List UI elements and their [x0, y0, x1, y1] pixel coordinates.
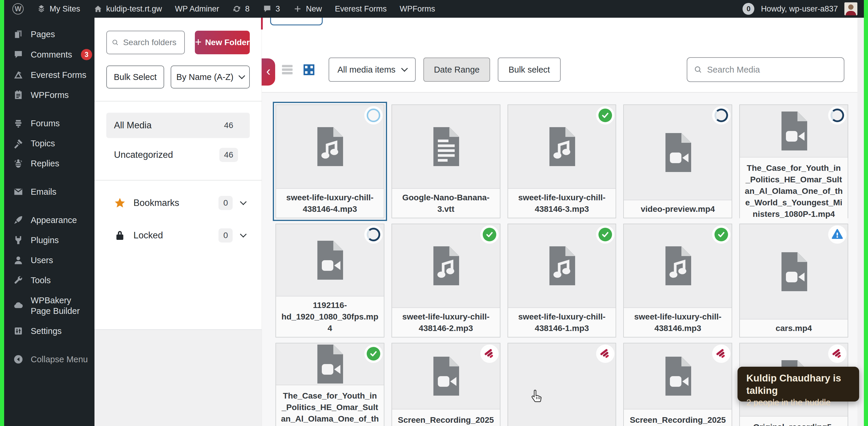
admin-bar-item-wp-adminer[interactable]: WP Adminer: [175, 4, 219, 13]
selected-check-icon[interactable]: [598, 228, 612, 241]
list-view-button[interactable]: [280, 63, 294, 77]
chevron-down-icon[interactable]: [240, 199, 247, 205]
video-file-icon: [772, 250, 816, 294]
media-tile[interactable]: video-preview.mp4: [623, 104, 732, 218]
sidebar-item-wpforms[interactable]: WPForms: [4, 85, 94, 105]
avatar-image: [844, 2, 857, 15]
transcoder-badge-icon[interactable]: [483, 347, 496, 361]
media-tile[interactable]: sweet-life-luxury-chill-438146-3.mp3: [507, 104, 616, 218]
admin-bar-item-kuldip-test-rt-gw[interactable]: kuldip-test.rt.gw: [93, 4, 162, 13]
media-tile[interactable]: sweet-life-luxury-chill-438146-2.mp3: [392, 224, 500, 337]
media-tile[interactable]: The_Case_for_Youth_in_Politics_HE_Omar_S…: [739, 104, 848, 218]
sidebar-item-settings[interactable]: Settings: [4, 321, 94, 341]
collapse-icon: [13, 354, 24, 365]
sidebar-item-pages[interactable]: Pages: [4, 24, 94, 44]
home-icon: [93, 4, 103, 13]
media-type-filter-dropdown[interactable]: All media items: [329, 58, 416, 82]
collapse-folders-panel-button[interactable]: ‹: [261, 58, 275, 86]
audio-file-icon: [656, 244, 700, 288]
search-media-input[interactable]: [707, 65, 837, 75]
search-icon: [112, 38, 119, 47]
selected-check-icon[interactable]: [714, 228, 728, 241]
sidebar-item-wpbakery-page-builder[interactable]: WPBakery Page Builder: [4, 290, 94, 321]
avatar[interactable]: [844, 2, 857, 15]
media-tile[interactable]: [507, 343, 616, 426]
media-tile-filename: Screen_Recording_2025-12-30_at_6.42.53_P…: [624, 409, 732, 426]
media-tile-filename: The_Case_for_Youth_in_Politics_HE_Omar_S…: [276, 385, 384, 426]
media-tile-filename: The_Case_for_Youth_in_Politics_HE_Omar_S…: [740, 157, 848, 223]
media-tile[interactable]: sweet-life-luxury-chill-438146-1.mp3: [507, 224, 616, 337]
sidebar-item-emails[interactable]: Emails: [4, 182, 94, 202]
progress-ring-icon[interactable]: [367, 228, 380, 241]
admin-bar-item-my-sites[interactable]: My Sites: [37, 4, 80, 13]
media-tile-filename: video-preview.mp4: [624, 200, 732, 218]
sidebar-item-label: Users: [31, 255, 53, 265]
sidebar-item-topics[interactable]: Topics: [4, 133, 94, 154]
folder-row-all-media[interactable]: All Media46: [106, 113, 250, 138]
sidebar-item-users[interactable]: Users: [4, 250, 94, 270]
audio-file-icon: [424, 244, 468, 288]
media-tile[interactable]: sweet-life-luxury-chill-438146.mp3: [623, 224, 732, 337]
progress-ring-icon[interactable]: [714, 108, 728, 122]
transcoder-badge-icon[interactable]: [714, 347, 728, 361]
transcoder-badge-icon[interactable]: [831, 347, 844, 361]
replies-icon: [13, 158, 24, 169]
grid-view-button[interactable]: [302, 63, 316, 76]
admin-bar-item-label: New: [306, 4, 322, 13]
chevron-down-icon: [238, 73, 245, 79]
folder-row-uncategorized[interactable]: Uncategorized46: [106, 142, 250, 168]
new-folder-label: New Folder: [205, 38, 250, 47]
media-tile-filename: sweet-life-luxury-chill-438146.mp3: [624, 307, 732, 337]
notification-count-badge[interactable]: 0: [743, 3, 754, 15]
emails-icon: [13, 187, 24, 197]
media-tile-filename: sweet-life-luxury-chill-438146-2.mp3: [392, 307, 500, 337]
folders-bulk-select-button[interactable]: Bulk Select: [106, 65, 164, 89]
media-tile[interactable]: Screen_Recording_2025-12-30_at_6.42.53_P…: [623, 343, 732, 426]
admin-bar-item-wpforms[interactable]: WPForms: [400, 4, 435, 13]
admin-bar-item-new[interactable]: New: [293, 4, 322, 13]
new-folder-button[interactable]: + New Folder: [195, 31, 250, 54]
media-tile-thumbnail: [508, 105, 616, 188]
admin-bar-item-everest-forms[interactable]: Everest Forms: [335, 4, 387, 13]
sidebar-item-plugins[interactable]: Plugins: [4, 230, 94, 250]
topics-icon: [13, 138, 24, 149]
special-row-bookmarks[interactable]: Bookmarks0: [106, 191, 250, 215]
selected-check-icon[interactable]: [598, 108, 612, 122]
bulk-select-button[interactable]: Bulk select: [498, 58, 560, 82]
sidebar-item-appearance[interactable]: Appearance: [4, 210, 94, 230]
media-tile[interactable]: cars.mp4: [739, 224, 848, 337]
huddle-count-text: 2 people in the huddle: [746, 397, 850, 408]
sidebar-item-everest-forms[interactable]: Everest Forms: [4, 65, 94, 85]
warning-badge-icon[interactable]: [831, 228, 844, 241]
media-tile[interactable]: 1192116-hd_1920_1080_30fps.mp4: [275, 224, 384, 337]
comments-count-badge: 3: [81, 49, 92, 60]
date-range-button[interactable]: Date Range: [423, 58, 490, 82]
howdy-account-link[interactable]: Howdy, wp-user-a837: [761, 4, 838, 13]
admin-bar-item-3[interactable]: 3: [262, 4, 280, 13]
transcoder-badge-icon[interactable]: [598, 347, 612, 361]
search-folders-input[interactable]: [123, 38, 180, 47]
admin-bar-item-wordpress-logo[interactable]: W: [12, 3, 24, 14]
audio-file-icon: [540, 244, 584, 288]
sidebar-item-label: Pages: [31, 29, 55, 39]
sidebar-item-forums[interactable]: Forums: [4, 113, 94, 133]
sidebar-item-replies[interactable]: Replies: [4, 154, 94, 173]
admin-bar-item-8[interactable]: 8: [232, 4, 249, 13]
chevron-down-icon[interactable]: [240, 231, 247, 238]
media-tile[interactable]: The_Case_for_Youth_in_Politics_HE_Omar_S…: [275, 343, 384, 426]
special-row-locked[interactable]: Locked0: [106, 224, 250, 247]
selected-check-icon[interactable]: [367, 347, 380, 361]
progress-ring-icon[interactable]: [831, 108, 844, 122]
search-folders-field: [106, 31, 185, 54]
sidebar-item-tools[interactable]: Tools: [4, 270, 94, 290]
media-tile[interactable]: Screen_Recording_2025-12-30_at_6.21.41_P…: [392, 343, 500, 426]
folder-count: 46: [219, 148, 238, 162]
select-circle-icon[interactable]: [367, 108, 380, 122]
media-toolbar: All media items Date Range Bulk select: [280, 54, 844, 85]
folders-sort-dropdown[interactable]: By Name (A-Z): [170, 65, 250, 89]
sidebar-item-collapse-menu[interactable]: Collapse Menu: [4, 349, 94, 369]
media-tile[interactable]: sweet-life-luxury-chill-438146-4.mp3: [275, 104, 384, 218]
sidebar-item-comments[interactable]: Comments3: [4, 44, 94, 65]
selected-check-icon[interactable]: [483, 228, 496, 241]
media-tile[interactable]: Google-Nano-Banana-3.vtt: [392, 104, 500, 218]
